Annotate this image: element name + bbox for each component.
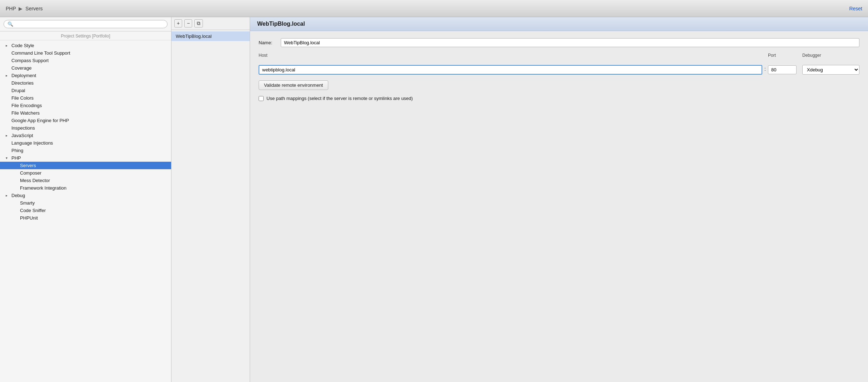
- sidebar-item-mess-detector[interactable]: Mess Detector: [0, 177, 171, 184]
- breadcrumb: PHP ▶ Servers: [6, 6, 849, 11]
- sidebar-item-label-phpunit: PHPUnit: [20, 215, 38, 221]
- validate-row: Validate remote environment: [259, 80, 859, 90]
- sidebar-item-file-watchers[interactable]: File Watchers: [0, 109, 171, 117]
- sidebar-item-phpunit[interactable]: PHPUnit: [0, 214, 171, 222]
- copy-server-button[interactable]: ⧉: [194, 19, 203, 27]
- arrow-icon-debug: ▸: [6, 193, 11, 197]
- sidebar-item-file-colors[interactable]: File Colors: [0, 94, 171, 102]
- debugger-col-label: Debugger: [802, 53, 859, 59]
- sidebar-item-label-debug: Debug: [11, 193, 25, 198]
- sidebar-item-drupal[interactable]: Drupal: [0, 87, 171, 94]
- sidebar-item-label-command-line: Command Line Tool Support: [11, 50, 70, 56]
- arrow-icon-php: ▾: [6, 156, 11, 160]
- sidebar-item-label-composer: Composer: [20, 170, 41, 176]
- search-box: 🔍: [0, 17, 171, 31]
- reset-button[interactable]: Reset: [849, 6, 862, 11]
- name-input[interactable]: [281, 38, 859, 47]
- host-port-debugger-row: : XdebugZend DebuggerNone: [259, 65, 859, 75]
- path-mappings-label: Use path mappings (select if the server …: [266, 96, 413, 101]
- breadcrumb-php: PHP: [6, 6, 16, 11]
- host-input[interactable]: [259, 65, 762, 75]
- sidebar-item-label-servers: Servers: [20, 163, 36, 168]
- sidebar-item-label-coverage: Coverage: [11, 65, 31, 71]
- search-input-wrap[interactable]: 🔍: [4, 20, 168, 28]
- sidebar-item-deployment[interactable]: ▸Deployment: [0, 72, 171, 79]
- sidebar-item-php[interactable]: ▾PHP: [0, 154, 171, 162]
- server-item-webtipblog[interactable]: WebTipBlog.local: [171, 31, 250, 41]
- remove-server-button[interactable]: −: [184, 19, 192, 27]
- sidebar-item-coverage[interactable]: Coverage: [0, 64, 171, 72]
- sidebar-item-label-google-app: Google App Engine for PHP: [11, 118, 69, 123]
- sidebar-item-label-smarty: Smarty: [20, 200, 35, 206]
- port-input[interactable]: [768, 65, 797, 74]
- middle-toolbar: + − ⧉: [171, 17, 250, 30]
- sidebar-item-language-injections[interactable]: Language Injections: [0, 139, 171, 147]
- path-mappings-row: Use path mappings (select if the server …: [259, 96, 859, 101]
- port-label: Port: [768, 53, 797, 58]
- sidebar-item-label-drupal: Drupal: [11, 88, 25, 93]
- sidebar-item-label-framework-integration: Framework Integration: [20, 185, 66, 191]
- sidebar-item-label-phing: Phing: [11, 148, 23, 153]
- validate-remote-button[interactable]: Validate remote environment: [259, 80, 328, 90]
- sidebar: 🔍 Project Settings [Portfolio] ▸Code Sty…: [0, 17, 171, 382]
- sidebar-item-servers[interactable]: Servers: [0, 162, 171, 169]
- detail-panel: WebTipBlog.local Name: Host Port Debugge…: [250, 17, 868, 382]
- sidebar-tree: ▸Code StyleCommand Line Tool SupportComp…: [0, 40, 171, 382]
- server-list: WebTipBlog.local: [171, 30, 250, 382]
- sidebar-item-code-style[interactable]: ▸Code Style: [0, 42, 171, 49]
- sidebar-item-label-file-watchers: File Watchers: [11, 110, 40, 116]
- add-server-button[interactable]: +: [174, 19, 182, 27]
- debugger-select[interactable]: XdebugZend DebuggerNone: [802, 65, 859, 75]
- colon-separator: :: [762, 66, 768, 74]
- sidebar-item-label-code-sniffer: Code Sniffer: [20, 208, 46, 213]
- top-bar: PHP ▶ Servers Reset: [0, 0, 868, 17]
- search-icon: 🔍: [8, 21, 13, 27]
- breadcrumb-separator: ▶: [19, 6, 24, 11]
- host-port-debugger-labels: Host Port Debugger: [259, 53, 859, 59]
- sidebar-item-framework-integration[interactable]: Framework Integration: [0, 184, 171, 192]
- search-input[interactable]: [15, 21, 164, 27]
- path-mappings-checkbox[interactable]: [259, 96, 264, 101]
- sidebar-item-file-encodings[interactable]: File Encodings: [0, 102, 171, 109]
- sidebar-item-label-mess-detector: Mess Detector: [20, 178, 50, 183]
- project-settings-label: Project Settings [Portfolio]: [0, 31, 171, 40]
- sidebar-item-label-php: PHP: [11, 155, 21, 161]
- breadcrumb-servers: Servers: [25, 6, 43, 11]
- sidebar-item-debug[interactable]: ▸Debug: [0, 192, 171, 199]
- sidebar-item-label-file-colors: File Colors: [11, 95, 34, 101]
- sidebar-item-google-app[interactable]: Google App Engine for PHP: [0, 117, 171, 124]
- host-label: Host: [259, 53, 755, 58]
- sidebar-item-label-directories: Directories: [11, 80, 34, 86]
- sidebar-item-label-deployment: Deployment: [11, 73, 36, 78]
- sidebar-item-inspections[interactable]: Inspections: [0, 124, 171, 132]
- detail-content: Name: Host Port Debugger: [250, 31, 868, 108]
- name-label: Name:: [259, 40, 276, 45]
- main-layout: 🔍 Project Settings [Portfolio] ▸Code Sty…: [0, 17, 868, 382]
- sidebar-item-smarty[interactable]: Smarty: [0, 199, 171, 207]
- sidebar-item-command-line[interactable]: Command Line Tool Support: [0, 49, 171, 57]
- sidebar-item-phing[interactable]: Phing: [0, 147, 171, 154]
- sidebar-item-label-language-injections: Language Injections: [11, 140, 53, 146]
- sidebar-item-compass[interactable]: Compass Support: [0, 57, 171, 64]
- arrow-icon-deployment: ▸: [6, 74, 11, 77]
- middle-panel: + − ⧉ WebTipBlog.local: [171, 17, 250, 382]
- detail-header-title: WebTipBlog.local: [257, 21, 305, 27]
- debugger-col: XdebugZend DebuggerNone: [797, 65, 859, 75]
- sidebar-item-composer[interactable]: Composer: [0, 169, 171, 177]
- name-field-row: Name:: [259, 38, 859, 47]
- host-col: [259, 65, 762, 75]
- sidebar-item-javascript[interactable]: ▸JavaScript: [0, 132, 171, 139]
- debugger-label: Debugger: [802, 53, 859, 58]
- port-col-label: Port: [768, 53, 797, 59]
- sidebar-item-label-compass: Compass Support: [11, 58, 49, 63]
- sidebar-item-label-inspections: Inspections: [11, 125, 35, 131]
- port-col: [768, 65, 797, 74]
- sidebar-item-code-sniffer[interactable]: Code Sniffer: [0, 207, 171, 214]
- arrow-icon-javascript: ▸: [6, 134, 11, 137]
- sidebar-item-directories[interactable]: Directories: [0, 79, 171, 87]
- sidebar-item-label-file-encodings: File Encodings: [11, 103, 42, 108]
- arrow-icon-code-style: ▸: [6, 44, 11, 47]
- host-col-label: Host: [259, 53, 755, 59]
- detail-header: WebTipBlog.local: [250, 17, 868, 31]
- sidebar-item-label-javascript: JavaScript: [11, 133, 33, 138]
